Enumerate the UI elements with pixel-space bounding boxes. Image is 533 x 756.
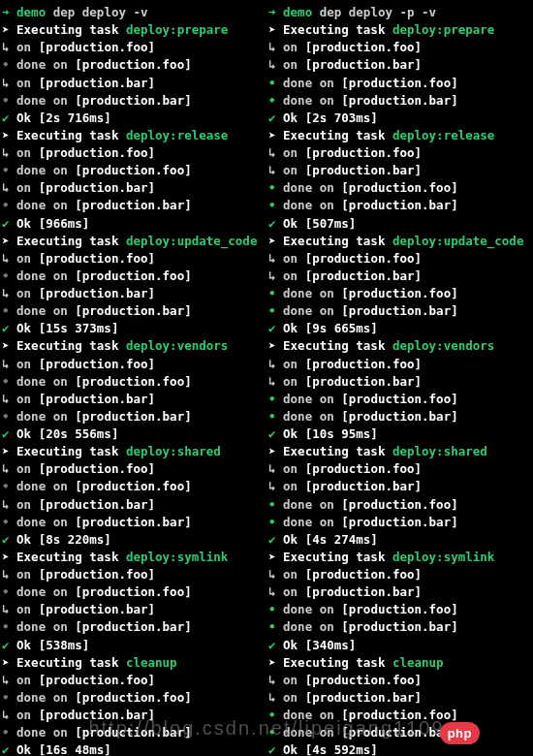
executing-task-line: ➤ Executing task cleanup <box>268 654 531 672</box>
task-done-line: • done on [production.bar] <box>2 197 265 214</box>
server-name: [production.foo] <box>39 461 155 476</box>
on-label: on <box>16 708 31 722</box>
executing-label: Executing task <box>16 234 118 248</box>
done-label: done on <box>283 515 334 529</box>
check-icon: ✔ <box>2 426 10 441</box>
bullet-icon: • <box>2 268 10 283</box>
arrow-sub-icon: ↳ <box>268 584 276 599</box>
bullet-icon: • <box>2 619 10 634</box>
bullet-icon: • <box>2 690 10 705</box>
server-name: [production.bar] <box>39 497 155 512</box>
on-label: on <box>16 392 31 406</box>
task-arrow-icon: ➤ <box>268 338 276 353</box>
arrow-sub-icon: ↳ <box>268 673 276 687</box>
done-label: done on <box>16 584 68 599</box>
executing-label: Executing task <box>283 550 385 564</box>
bullet-icon: • <box>268 619 276 634</box>
done-label: done on <box>283 303 334 318</box>
server-name: [production.bar] <box>75 409 191 424</box>
task-done-line: • done on [production.foo] <box>268 285 531 302</box>
ok-time: Ok [16s 48ms] <box>16 742 111 756</box>
task-name: deploy:vendors <box>126 338 228 353</box>
task-name: deploy:update_code <box>392 234 523 248</box>
task-done-line: • done on [production.bar] <box>2 724 265 741</box>
task-on-line: ↳ on [production.bar] <box>2 601 265 618</box>
server-name: [production.bar] <box>305 690 422 705</box>
server-name: [production.foo] <box>341 708 457 722</box>
ok-line: ✔ Ok [16s 48ms] <box>2 741 265 756</box>
ok-time: Ok [4s 274ms] <box>283 532 378 547</box>
on-label: on <box>283 374 298 389</box>
ok-line: ✔ Ok [4s 274ms] <box>268 531 531 549</box>
on-label: on <box>283 163 298 177</box>
server-name: [production.foo] <box>39 673 155 687</box>
check-icon: ✔ <box>2 638 10 652</box>
task-done-line: • done on [production.foo] <box>2 373 265 391</box>
task-on-line: ↳ on [production.foo] <box>268 144 531 162</box>
task-arrow-icon: ➤ <box>2 22 10 37</box>
task-on-line: ↳ on [production.bar] <box>268 268 531 285</box>
task-on-line: ↳ on [production.foo] <box>2 672 265 689</box>
ok-line: ✔ Ok [507ms] <box>268 215 531 233</box>
on-label: on <box>16 180 31 195</box>
server-name: [production.bar] <box>305 374 422 389</box>
arrow-sub-icon: ↳ <box>268 690 276 705</box>
ok-line: ✔ Ok [966ms] <box>2 215 265 233</box>
executing-label: Executing task <box>16 655 118 670</box>
arrow-sub-icon: ↳ <box>2 286 10 300</box>
server-name: [production.foo] <box>75 690 191 705</box>
server-name: [production.bar] <box>341 93 457 108</box>
task-done-line: • done on [production.foo] <box>268 391 531 408</box>
executing-task-line: ➤ Executing task deploy:symlink <box>2 549 265 566</box>
done-label: done on <box>16 303 68 318</box>
bullet-icon: • <box>2 584 10 599</box>
bullet-icon: • <box>268 515 276 529</box>
task-on-line: ↳ on [production.foo] <box>2 566 265 583</box>
bullet-icon: • <box>2 479 10 493</box>
bullet-icon: • <box>2 515 10 529</box>
bullet-icon: • <box>2 163 10 177</box>
task-name: deploy:symlink <box>392 550 494 564</box>
check-icon: ✔ <box>268 110 276 125</box>
server-name: [production.bar] <box>75 198 191 212</box>
task-arrow-icon: ➤ <box>268 655 276 670</box>
server-name: [production.foo] <box>305 567 422 582</box>
task-on-line: ↳ on [production.bar] <box>268 162 531 179</box>
server-name: [production.foo] <box>341 180 457 195</box>
ok-time: Ok [340ms] <box>283 638 356 652</box>
arrow-sub-icon: ↳ <box>2 145 10 160</box>
prompt-arrow-icon: ➜ <box>268 5 276 19</box>
task-done-line: • done on [production.foo] <box>2 478 265 495</box>
bullet-icon: • <box>268 93 276 108</box>
server-name: [production.foo] <box>75 374 191 389</box>
executing-label: Executing task <box>283 22 385 37</box>
arrow-sub-icon: ↳ <box>2 567 10 582</box>
server-name: [production.bar] <box>75 303 191 318</box>
server-name: [production.bar] <box>39 708 155 722</box>
done-label: done on <box>16 93 68 108</box>
executing-task-line: ➤ Executing task deploy:update_code <box>2 233 265 250</box>
done-label: done on <box>283 708 334 722</box>
task-on-line: ↳ on [production.bar] <box>268 583 531 601</box>
ok-line: ✔ Ok [2s 716ms] <box>2 110 265 127</box>
php-badge: php <box>440 722 480 744</box>
task-done-line: • done on [production.foo] <box>268 179 531 197</box>
server-name: [production.foo] <box>75 57 191 72</box>
bullet-icon: • <box>2 198 10 212</box>
server-name: [production.bar] <box>305 584 422 599</box>
server-name: [production.bar] <box>341 515 457 529</box>
bullet-icon: • <box>2 725 10 740</box>
task-on-line: ↳ on [production.bar] <box>268 689 531 707</box>
task-done-line: • done on [production.foo] <box>2 162 265 179</box>
task-name: deploy:symlink <box>126 550 228 564</box>
bullet-icon: • <box>2 374 10 389</box>
prompt-line: ➜ demo dep deploy -p -v <box>268 4 531 21</box>
ok-time: Ok [538ms] <box>16 638 89 652</box>
arrow-sub-icon: ↳ <box>268 40 276 54</box>
server-name: [production.foo] <box>305 461 422 476</box>
done-label: done on <box>16 57 68 72</box>
on-label: on <box>16 40 31 54</box>
on-label: on <box>16 567 31 582</box>
server-name: [production.bar] <box>39 602 155 616</box>
task-done-line: • done on [production.bar] <box>268 302 531 320</box>
